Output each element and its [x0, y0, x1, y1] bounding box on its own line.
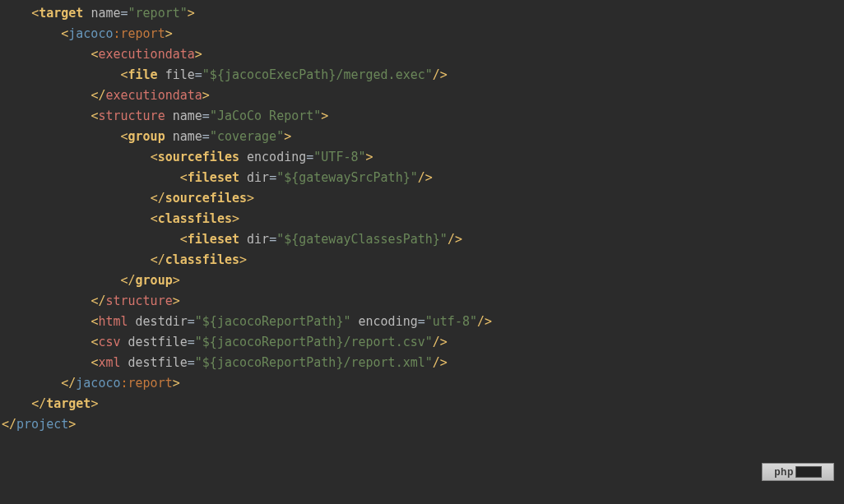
code-line[interactable]: <fileset dir="${gatewayClassesPath}"/>: [2, 229, 844, 250]
watermark-box-icon: [795, 466, 822, 478]
code-line[interactable]: </structure>: [2, 291, 844, 312]
code-line[interactable]: <structure name="JaCoCo Report">: [2, 106, 844, 127]
code-line[interactable]: <target name="report">: [2, 3, 844, 24]
code-line[interactable]: </project>: [2, 414, 844, 435]
code-line[interactable]: <classfiles>: [2, 209, 844, 229]
code-line[interactable]: <jacoco:report>: [2, 24, 844, 44]
code-line[interactable]: <xml destfile="${jacocoReportPath}/repor…: [2, 353, 844, 373]
code-editor[interactable]: <target name="report"> <jacoco:report> <…: [0, 3, 844, 435]
code-line[interactable]: </group>: [2, 270, 844, 291]
code-line[interactable]: </jacoco:report>: [2, 373, 844, 394]
code-line[interactable]: <executiondata>: [2, 44, 844, 65]
watermark-label: php: [774, 462, 794, 483]
watermark-badge: php: [762, 463, 834, 481]
code-line[interactable]: </target>: [2, 394, 844, 414]
code-line[interactable]: </sourcefiles>: [2, 188, 844, 209]
code-line[interactable]: <html destdir="${jacocoReportPath}" enco…: [2, 312, 844, 332]
code-line[interactable]: </classfiles>: [2, 250, 844, 270]
code-line[interactable]: <csv destfile="${jacocoReportPath}/repor…: [2, 332, 844, 353]
code-line[interactable]: <file file="${jacocoExecPath}/merged.exe…: [2, 65, 844, 86]
code-line[interactable]: </executiondata>: [2, 86, 844, 106]
code-line[interactable]: <sourcefiles encoding="UTF-8">: [2, 147, 844, 168]
code-line[interactable]: <group name="coverage">: [2, 127, 844, 147]
code-line[interactable]: <fileset dir="${gatewaySrcPath}"/>: [2, 168, 844, 188]
